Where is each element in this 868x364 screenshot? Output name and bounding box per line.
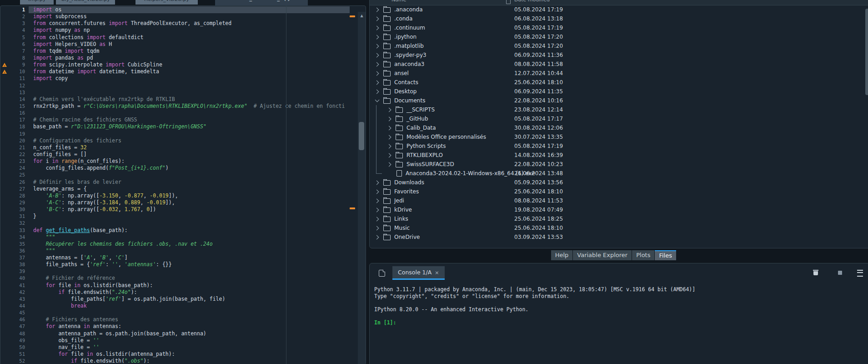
scroll-up-icon[interactable]: ▲: [358, 14, 366, 18]
file-row[interactable]: .spyder-py3 06.09.2024 11:36: [370, 51, 868, 60]
remove-variables-icon[interactable]: [813, 270, 818, 275]
code-line[interactable]: 5 from collections import defaultdict: [0, 34, 350, 41]
code-line[interactable]: 48 antenna_path = os.path.join(base_path…: [0, 330, 350, 337]
code-line[interactable]: 52 if file.endswith(".obs"):: [0, 358, 350, 364]
chevron-right-icon[interactable]: [386, 153, 391, 157]
warning-icon[interactable]: [2, 70, 7, 74]
file-row[interactable]: Anaconda3-2024.02-1-Windows-x86_64 (1).e…: [370, 169, 868, 178]
pane-tab-files[interactable]: Files: [655, 250, 676, 260]
code-line[interactable]: 41 for file in os.listdir(base_path):: [0, 282, 350, 289]
file-row[interactable]: Desktop 06.09.2024 11:35: [370, 87, 868, 96]
code-line[interactable]: 25: [0, 172, 350, 178]
editor-scrollbar-thumb[interactable]: [359, 122, 364, 150]
code-line[interactable]: 1 import os: [0, 6, 350, 13]
console-prompt-line[interactable]: In [1]:: [374, 319, 695, 326]
file-row[interactable]: Jedi 08.08.2024 11:53: [370, 196, 868, 205]
code-line[interactable]: 38 file_paths = {'ref': '', 'antennas': …: [0, 261, 350, 268]
code-line[interactable]: 37 antennas = ['A', 'B', 'C']: [0, 254, 350, 261]
chevron-right-icon[interactable]: [374, 235, 379, 239]
code-line[interactable]: 9 from scipy.interpolate import CubicSpl…: [0, 61, 350, 68]
chevron-right-icon[interactable]: [386, 144, 391, 148]
chevron-right-icon[interactable]: [374, 25, 379, 30]
code-line[interactable]: 45: [0, 309, 350, 316]
file-row[interactable]: _GitHub 05.08.2024 17:17: [370, 114, 868, 123]
code-line[interactable]: 35 Récupérer les chemins des fichiers .o…: [0, 241, 350, 248]
editor-scrollbar[interactable]: ▲: [358, 12, 366, 364]
file-row[interactable]: OneDrive 03.09.2024 13:53: [370, 233, 868, 242]
code-line[interactable]: 29 'A-C': np.array([-3.184, 0.889, -0.01…: [0, 199, 350, 206]
code-line[interactable]: 31 }: [0, 213, 350, 220]
column-header-date-modified[interactable]: Date modified: [514, 0, 550, 3]
code-line[interactable]: 33 def get_file_paths(base_path):: [0, 227, 350, 234]
code-line[interactable]: 49 obs_file = '': [0, 337, 350, 344]
code-line[interactable]: 18 base_path = r"D:\231123_OFROU\Harking…: [0, 123, 350, 130]
chevron-right-icon[interactable]: [374, 189, 379, 194]
file-row[interactable]: .matplotlib 05.08.2024 17:20: [370, 41, 868, 51]
code-line[interactable]: 21 n_conf_files = 32: [0, 144, 350, 151]
editor-tab[interactable]: Helpers_VIDEO.py: [135, 0, 198, 5]
column-header-name[interactable]: Name: [391, 0, 406, 3]
chevron-right-icon[interactable]: [374, 217, 379, 221]
chevron-right-icon[interactable]: [386, 116, 391, 121]
editor-tab[interactable]: Gly_Acad_VIDEO.py: [56, 0, 115, 5]
code-line[interactable]: 3 from concurrent.futures import ThreadP…: [0, 20, 350, 27]
code-line[interactable]: 6 import Helpers_VIDEO as H: [0, 41, 350, 48]
chevron-down-icon[interactable]: [375, 98, 379, 102]
chevron-right-icon[interactable]: [374, 7, 379, 12]
pane-tab-variable-explorer[interactable]: Variable Explorer: [573, 250, 632, 260]
code-line[interactable]: 15 rnx2rtkp_path = r"C:\Users\rapha\Docu…: [0, 103, 350, 110]
file-row[interactable]: anaconda3 08.08.2024 11:58: [370, 60, 868, 69]
code-line[interactable]: 20 # Configuration des fichiers: [0, 137, 350, 144]
file-row[interactable]: Modèles Office personnalisés 30.07.2024 …: [370, 132, 868, 142]
file-row[interactable]: SwissSURFACE3D 22.08.2024 10:23: [370, 160, 868, 169]
editor-tab[interactable]: RTKLIB_automiser_2.py: [215, 0, 308, 5]
code-line[interactable]: 44 break: [0, 303, 350, 309]
pane-tab-plots[interactable]: Plots: [632, 250, 654, 260]
file-row[interactable]: Music 25.06.2024 18:10: [370, 223, 868, 233]
file-row[interactable]: Downloads 05.09.2024 13:56: [370, 178, 868, 187]
code-line[interactable]: 34 """: [0, 234, 350, 241]
vertical-splitter[interactable]: [366, 0, 369, 364]
code-line[interactable]: 13: [0, 89, 350, 96]
chevron-right-icon[interactable]: [374, 226, 379, 230]
chevron-right-icon[interactable]: [386, 126, 391, 130]
code-line[interactable]: 50 nav_file = '': [0, 344, 350, 351]
files-panel[interactable]: Name Date modified .anaconda 05.08.2024 …: [369, 0, 868, 248]
chevron-right-icon[interactable]: [374, 80, 379, 85]
code-line[interactable]: 40 # Fichier de référence: [0, 275, 350, 282]
file-row[interactable]: .conda 06.08.2024 13:18: [370, 14, 868, 23]
ipython-console-panel[interactable]: Console 1/A× Python 3.11.7 | packaged by…: [369, 263, 868, 364]
file-row[interactable]: Python Scripts 05.08.2024 17:19: [370, 142, 868, 151]
code-line[interactable]: 51 for file in os.listdir(antenna_path):: [0, 351, 350, 358]
file-row[interactable]: Favorites 25.06.2024 18:10: [370, 187, 868, 196]
editor-pane[interactable]: 1 import os 2 import subprocess 3 from c…: [0, 5, 366, 364]
code-line[interactable]: 11 import copy: [0, 75, 350, 82]
code-line[interactable]: 30 'B-C': np.array([-0.032, 1.767, 0]): [0, 206, 350, 213]
console-output[interactable]: Python 3.11.7 | packaged by Anaconda, In…: [374, 286, 695, 326]
code-line[interactable]: 47 for antenna in antennas:: [0, 323, 350, 330]
code-line[interactable]: 36 """: [0, 248, 350, 254]
warning-flag-marker[interactable]: [350, 15, 355, 17]
warning-flag-marker[interactable]: [350, 207, 355, 209]
code-line[interactable]: 26 # Définir les bras de levier: [0, 179, 350, 186]
code-line[interactable]: 42 if file.endswith(".24o"):: [0, 289, 350, 296]
chevron-right-icon[interactable]: [374, 53, 379, 57]
chevron-right-icon[interactable]: [374, 198, 379, 203]
chevron-right-icon[interactable]: [374, 62, 379, 66]
file-row[interactable]: .continuum 05.08.2024 17:19: [370, 23, 868, 32]
files-scrollbar-thumb[interactable]: [865, 9, 868, 95]
chevron-right-icon[interactable]: [374, 16, 379, 21]
close-icon[interactable]: ×: [435, 270, 439, 276]
chevron-right-icon[interactable]: [374, 180, 379, 185]
code-area[interactable]: 1 import os 2 import subprocess 3 from c…: [0, 6, 350, 364]
code-line[interactable]: 14 # Chemin vers l'exécutable rnx2rtkp d…: [0, 96, 350, 103]
code-line[interactable]: 43 file_paths['ref'] = os.path.join(base…: [0, 296, 350, 303]
editor-tab[interactable]: tmp.py: [20, 0, 54, 5]
code-line[interactable]: 4 import numpy as np: [0, 27, 350, 34]
stop-icon[interactable]: [838, 271, 842, 275]
code-line[interactable]: 27 leverage_arms = {: [0, 186, 350, 192]
chevron-right-icon[interactable]: [386, 135, 391, 139]
options-menu-icon[interactable]: [857, 270, 863, 277]
code-line[interactable]: 7 from tqdm import tqdm: [0, 48, 350, 55]
code-line[interactable]: 24 config_files.append(f"Post_{i+1}.conf…: [0, 165, 350, 172]
